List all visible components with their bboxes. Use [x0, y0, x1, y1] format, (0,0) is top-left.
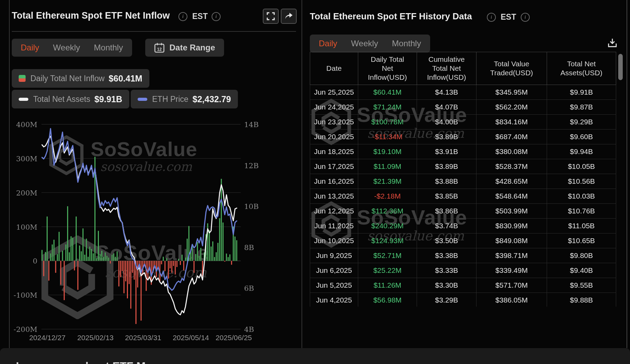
share-button[interactable]	[281, 9, 297, 24]
value-traded-cell: $830.99M	[476, 219, 547, 233]
inflow-bar	[231, 261, 232, 265]
net-assets-cell: $10.03B	[547, 189, 616, 203]
inflow-bar	[91, 249, 92, 261]
date-cell: Jun 10,2025	[310, 233, 358, 248]
watermark: SoSoValue sosovalue.com	[48, 135, 235, 180]
footer-bar: Learn more about ETF M	[0, 348, 630, 364]
inflow-bar	[197, 242, 198, 261]
daily-inflow-cell: $11.09M	[358, 159, 417, 174]
sosovalue-logo-icon	[48, 135, 84, 175]
info-icon[interactable]: i	[212, 12, 221, 21]
right-period-tabs: Daily Weekly Monthly	[310, 35, 430, 52]
left-axis-tick: -100M	[13, 291, 37, 299]
inflow-bar	[132, 261, 133, 273]
inflow-bar	[77, 261, 78, 290]
timezone-label: EST	[192, 12, 208, 21]
value-traded-cell: $428.65M	[476, 174, 547, 189]
inflow-bar	[41, 250, 43, 261]
table-header-row: DateDaily Total Net Inflow(USD)Cumulativ…	[310, 52, 616, 85]
net-assets-cell: $11.05B	[547, 219, 616, 233]
inflow-bar	[101, 251, 102, 261]
right-axis-tick: 8B	[244, 243, 254, 252]
value-traded-cell: $503.99M	[476, 204, 547, 218]
date-cell: Jun 9,2025	[310, 248, 358, 263]
cumulative-inflow-cell: $3.29B	[417, 293, 476, 307]
inflow-bar	[229, 255, 230, 261]
x-axis-tick: 2025/03/31	[125, 334, 161, 342]
inflow-bar	[178, 259, 179, 261]
inflow-bar	[176, 261, 177, 267]
inflow-bar	[100, 254, 101, 261]
date-cell: Jun 18,2025	[310, 144, 358, 159]
daily-inflow-cell: $240.29M	[358, 219, 417, 233]
daily-inflow-cell: $19.10M	[358, 144, 417, 159]
inflow-bar	[57, 254, 58, 261]
tab-monthly[interactable]: Monthly	[94, 43, 123, 52]
table-row: Jun 23,2025$100.78M$4.00B$834.16M$9.29B	[310, 115, 616, 130]
x-axis-tick: 2024/12/27	[29, 334, 65, 342]
inflow-bar	[79, 246, 80, 261]
daily-inflow-cell: -$2.18M	[358, 189, 417, 203]
inflow-bar	[89, 247, 90, 261]
inflow-bar	[94, 157, 95, 261]
inflow-bar	[171, 261, 172, 273]
history-table[interactable]: DateDaily Total Net Inflow(USD)Cumulativ…	[310, 52, 616, 307]
inflow-bar	[87, 257, 89, 261]
watermark-brand: SoSoValue	[91, 137, 197, 161]
date-cell: Jun 23,2025	[310, 115, 358, 129]
right-axis-tick: 12B	[244, 162, 259, 170]
inflow-bar	[221, 179, 222, 261]
inflow-bar	[163, 257, 164, 261]
value-traded-cell: $834.16M	[476, 115, 547, 129]
tab-monthly[interactable]: Monthly	[392, 39, 421, 48]
tab-daily[interactable]: Daily	[21, 43, 39, 52]
net-assets-cell: $10.76B	[547, 204, 616, 218]
legend-daily-net-inflow[interactable]: Daily Total Net Inflow $60.41M	[12, 69, 149, 88]
inflow-bar	[127, 261, 128, 298]
watermark-site: sosovalue.com	[100, 160, 192, 174]
assets-line-icon	[19, 98, 28, 101]
daily-inflow-cell: $52.71M	[358, 248, 417, 263]
window-scrollbar-track[interactable]	[627, 0, 627, 348]
tab-weekly[interactable]: Weekly	[53, 43, 80, 52]
inflow-bar	[156, 261, 157, 277]
footer-partial-text[interactable]: Learn more about ETF M	[16, 360, 146, 364]
info-icon[interactable]: i	[487, 13, 496, 22]
x-axis-tick: 2025/02/13	[77, 334, 113, 342]
tab-daily[interactable]: Daily	[319, 39, 337, 48]
cumulative-inflow-cell: $3.30B	[417, 278, 476, 293]
inflow-bar	[60, 261, 61, 285]
inflow-bar	[69, 252, 70, 261]
date-cell: Jun 17,2025	[310, 159, 358, 174]
right-axis-tick: 10B	[244, 202, 259, 211]
inflow-bar	[224, 261, 225, 261]
calendar-icon: 12	[154, 42, 165, 53]
sosovalue-logo-icon	[40, 236, 115, 319]
fullscreen-button[interactable]	[263, 9, 279, 24]
info-icon[interactable]: i	[178, 12, 187, 21]
bar-series-icon	[19, 75, 26, 82]
cumulative-inflow-cell: $3.33B	[417, 263, 476, 278]
tab-weekly[interactable]: Weekly	[351, 39, 378, 48]
net-assets-cell: $9.80B	[547, 248, 616, 263]
inflow-bar	[183, 261, 184, 270]
cumulative-inflow-cell: $3.38B	[417, 248, 476, 263]
date-cell: Jun 6,2025	[310, 263, 358, 278]
cumulative-inflow-cell: $4.13B	[417, 85, 476, 99]
table-scrollbar-thumb[interactable]	[618, 54, 623, 80]
inflow-bar	[165, 261, 166, 271]
date-cell: Jun 11,2025	[310, 219, 358, 233]
legend-value: $9.91B	[94, 94, 122, 104]
legend-eth-price[interactable]: ETH Price $2,432.79	[131, 90, 238, 108]
net-assets-cell: $9.87B	[547, 100, 616, 114]
legend-total-net-assets[interactable]: Total Net Assets $9.91B	[12, 90, 129, 108]
inflow-bar	[192, 245, 193, 261]
inflow-bar	[236, 240, 237, 261]
date-range-button[interactable]: 12 Date Range	[145, 39, 224, 57]
inflow-bar	[198, 256, 200, 261]
info-icon[interactable]: i	[521, 13, 530, 22]
inflow-bar	[200, 248, 201, 261]
download-button[interactable]	[604, 35, 620, 50]
value-traded-cell: $345.95M	[476, 85, 547, 99]
inflow-bar	[168, 261, 169, 278]
